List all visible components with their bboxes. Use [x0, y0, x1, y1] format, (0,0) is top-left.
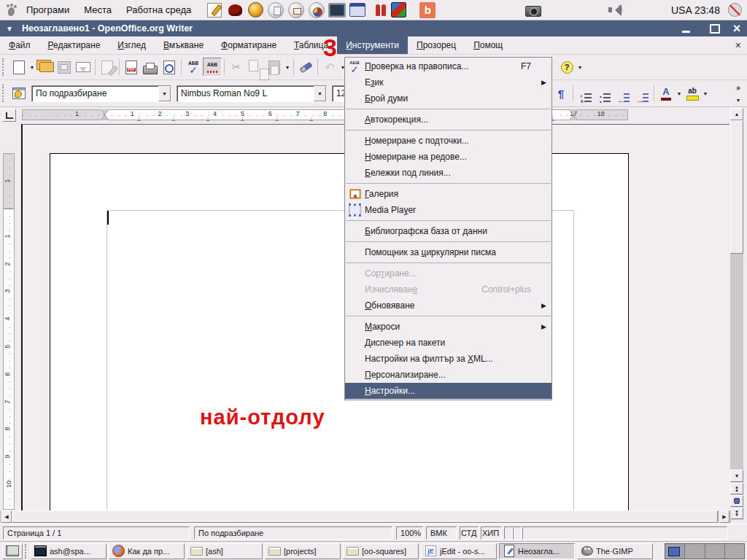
task-button[interactable]: [oo-squares]	[343, 543, 419, 559]
menu-item-Media Player[interactable]: Media Player	[345, 202, 551, 218]
font-color-button[interactable]	[657, 84, 676, 103]
menu-item-Език[interactable]: Език▶	[345, 74, 551, 90]
window-titlebar[interactable]: ▼ Неозаглавено1 - OpenOffice.org Writer …	[0, 20, 747, 36]
task-button[interactable]: Как да пр...	[109, 543, 185, 559]
cut-button[interactable]	[227, 58, 246, 77]
save-button[interactable]	[55, 58, 74, 77]
vertical-ruler[interactable]: 112345678910	[2, 126, 16, 510]
workspace-3[interactable]	[705, 544, 725, 559]
edit-file-button[interactable]	[98, 58, 117, 77]
horizontal-scrollbar-thumb[interactable]	[12, 510, 718, 523]
format-paintbrush-button[interactable]	[296, 58, 315, 77]
maximize-button[interactable]	[706, 20, 724, 36]
gnu-icon[interactable]	[226, 1, 244, 19]
menu-item-Номериране на редове[interactable]: Номериране на редове...	[345, 149, 551, 165]
status-page[interactable]: Страница 1 / 1	[3, 526, 190, 540]
indent-marker[interactable]	[569, 109, 578, 120]
menu-item-Бележки под линия[interactable]: Бележки под линия...	[345, 165, 551, 181]
task-button[interactable]: The·GIMP	[577, 543, 653, 559]
print-button[interactable]	[141, 58, 160, 77]
show-desktop-button[interactable]	[2, 543, 23, 559]
status-page-style[interactable]: По подразбиране	[194, 526, 392, 540]
task-button[interactable]: ash@spa...	[31, 543, 107, 559]
scroll-left-icon[interactable]: ◀	[1, 510, 12, 523]
menu-item-Библиографска база от данни[interactable]: Библиографска база от данни	[345, 223, 551, 239]
menu-item-Помощник за циркулярни писма[interactable]: Помощник за циркулярни писма	[345, 244, 551, 260]
export-pdf-button[interactable]: PDF	[122, 58, 141, 77]
workspace-1[interactable]	[665, 544, 685, 559]
menu-item-Настройки на филтър за XML[interactable]: Настройки на филтър за XML...	[345, 351, 551, 367]
task-button[interactable]: [projects]	[265, 543, 341, 559]
window-menu-icon[interactable]: ▼	[6, 25, 13, 33]
globe-doc-icon[interactable]	[267, 1, 285, 19]
text-editor-icon[interactable]	[206, 1, 223, 19]
amor-icon[interactable]	[247, 1, 264, 19]
tab-type-selector[interactable]	[2, 109, 16, 122]
email-button[interactable]	[74, 58, 93, 77]
panel-menu-0[interactable]: Програми	[19, 4, 77, 15]
autospellcheck-button[interactable]: АБВ	[203, 58, 222, 77]
clock-applet[interactable]: USA 23:48	[671, 0, 720, 20]
chevron-down-icon[interactable]: ▼	[676, 84, 683, 103]
spellcheck-button[interactable]: АБВ	[184, 58, 203, 77]
chevron-down-icon[interactable]: ▼	[158, 86, 171, 101]
task-button[interactable]: [ash]	[187, 543, 263, 559]
document-close-icon[interactable]: ×	[735, 39, 741, 51]
menu-Вмъкване[interactable]: Вмъкване	[155, 36, 212, 54]
font-name-select[interactable]: Nimbus Roman No9 L ▼	[177, 85, 327, 102]
menu-Помощ[interactable]: Помощ	[465, 36, 511, 54]
status-hyperlink-mode[interactable]: ХИП	[481, 526, 502, 540]
status-insert-mode[interactable]: ВМК	[426, 526, 457, 540]
people-icon[interactable]	[369, 1, 387, 19]
network-off-icon[interactable]	[728, 3, 742, 17]
panel-menu-1[interactable]: Места	[77, 4, 119, 15]
scroll-up-icon[interactable]: ▲	[730, 108, 743, 120]
decrease-indent-button[interactable]	[614, 84, 632, 103]
navigation-button[interactable]	[730, 495, 743, 507]
new-document-button[interactable]	[9, 58, 28, 77]
menu-Форматиране[interactable]: Форматиране	[212, 36, 285, 54]
gnome-menu-icon[interactable]	[4, 3, 19, 18]
chevron-down-icon[interactable]: ▼	[314, 86, 326, 101]
menu-item-Персонализиране[interactable]: Персонализиране...	[345, 367, 551, 383]
workspace-2[interactable]	[685, 544, 705, 559]
status-selection-mode[interactable]: СТД	[460, 526, 479, 540]
menu-item-Номериране с подточки[interactable]: Номериране с подточки...	[345, 133, 551, 149]
scroll-right-icon[interactable]: ▶	[719, 510, 729, 523]
menu-item-Обновяване[interactable]: Обновяване▶	[345, 298, 551, 314]
menu-Изглед[interactable]: Изглед	[109, 36, 155, 54]
panel-menu-2[interactable]: Работна среда	[119, 4, 198, 15]
toolbar-grip[interactable]	[2, 85, 7, 102]
scroll-down-icon[interactable]: ▼	[730, 470, 743, 482]
menu-item-Брой думи[interactable]: Брой думи	[345, 90, 551, 106]
styles-button[interactable]	[9, 84, 28, 103]
paragraph-style-select[interactable]: По подразбиране ▼	[31, 85, 171, 102]
previous-page-button[interactable]: ▲▲	[730, 483, 743, 494]
increase-indent-button[interactable]	[632, 84, 651, 103]
menu-Файл[interactable]: Файл	[0, 36, 39, 54]
globe-chart-icon[interactable]	[308, 1, 325, 19]
menu-Прозорец[interactable]: Прозорец	[408, 36, 465, 54]
paste-button[interactable]	[265, 58, 284, 77]
bullet-list-button[interactable]: • •	[595, 84, 614, 103]
indent-marker[interactable]	[101, 109, 109, 120]
task-button[interactable]: jEjEdit - oo-s...	[421, 543, 497, 559]
menu-item-Диспечер на пакети[interactable]: Диспечер на пакети	[345, 335, 551, 351]
workspace-4[interactable]	[725, 544, 744, 559]
highlighting-button[interactable]	[683, 84, 702, 103]
minimize-button[interactable]	[677, 20, 694, 36]
globe-mail-icon[interactable]	[287, 1, 305, 19]
workspace-switcher[interactable]	[665, 543, 745, 559]
menu-item-Макроси[interactable]: Макроси▶	[345, 319, 551, 335]
close-button[interactable]: ×	[728, 20, 746, 36]
vertical-scrollbar-thumb[interactable]	[730, 120, 743, 254]
volume-icon[interactable]: ))	[608, 4, 627, 17]
chevron-down-icon[interactable]: ▼	[28, 58, 36, 77]
camera-icon[interactable]	[524, 2, 541, 18]
mplayer-icon[interactable]	[349, 1, 366, 19]
task-button[interactable]: Неозагла...	[499, 543, 575, 559]
open-button[interactable]	[36, 58, 55, 77]
copy-button[interactable]	[246, 58, 265, 77]
monitor-icon[interactable]	[328, 1, 346, 19]
chevron-down-icon[interactable]: ▼	[702, 84, 709, 103]
